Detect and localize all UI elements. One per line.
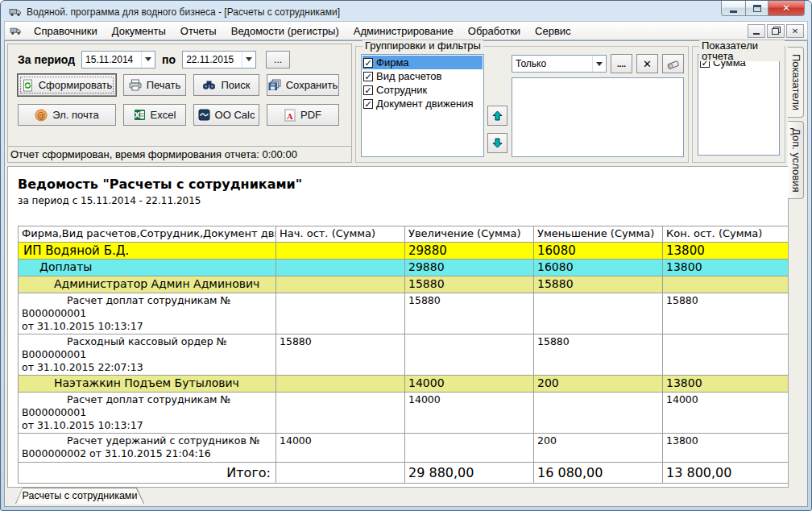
filter-erase-button[interactable]: [662, 54, 684, 73]
report-cell-label[interactable]: ИП Водяной Б.Д.: [19, 243, 276, 260]
tab-raschety-s-sotrudnikami[interactable]: Расчеты с сотрудниками: [15, 488, 144, 504]
app-window: Водяной. программа для водного бизнеса -…: [0, 0, 812, 511]
report-cell-value[interactable]: 16080: [534, 260, 663, 276]
menu-otchety[interactable]: Отчеты: [173, 23, 224, 39]
report-cell-value[interactable]: [276, 376, 405, 393]
report-cell-label[interactable]: Расходный кассовый ордер № В000000001 от…: [19, 334, 276, 376]
grouping-item-2[interactable]: ✓Вид расчетов: [362, 69, 483, 83]
filter-pick-button[interactable]: ....: [611, 54, 632, 73]
filter-clear-button[interactable]: ✕: [636, 54, 658, 73]
search-button[interactable]: Поиск: [193, 74, 259, 96]
report-cell-value[interactable]: 29880: [405, 260, 534, 276]
report-cell-value[interactable]: 29880: [405, 243, 534, 260]
report-cell-value[interactable]: [534, 393, 663, 434]
report-cell-value[interactable]: 14000: [405, 376, 534, 393]
report-cell-value[interactable]: 16080: [534, 243, 663, 260]
total-value[interactable]: 29 880,00: [405, 463, 534, 484]
report-cell-label[interactable]: Администратор Админ Админович: [19, 276, 276, 293]
window-close-button[interactable]: ✕: [768, 1, 805, 16]
groupings-panel: Группировки и фильтры ✓Фирма✓Вид расчето…: [355, 46, 689, 163]
menu-dokumenty[interactable]: Документы: [105, 23, 173, 39]
report-cell-value[interactable]: [663, 276, 789, 293]
excel-export-button[interactable]: XExcel: [123, 104, 186, 126]
oocalc-export-button[interactable]: OO Calc: [193, 104, 259, 126]
side-tab-dop-usloviya[interactable]: Доп. условия: [788, 121, 804, 199]
svg-text:@: @: [37, 110, 45, 119]
report-cell-value[interactable]: 14000: [405, 393, 534, 434]
save-button[interactable]: Сохранить: [267, 74, 339, 96]
print-button[interactable]: Печать: [123, 74, 186, 96]
report-cell-value[interactable]: 15880: [534, 334, 663, 376]
report-cell-value[interactable]: 15880: [405, 293, 534, 334]
toolbar-row-1: СформироватьПечатьПоискСохранить: [18, 74, 345, 96]
report-cell-value[interactable]: 13800: [663, 434, 789, 463]
report-cell-label[interactable]: Расчет доплат сотрудникам № В000000001 о…: [19, 293, 276, 334]
report-cell-value[interactable]: [534, 293, 663, 334]
period-ellipsis-button[interactable]: ...: [266, 51, 290, 69]
indicators-list[interactable]: ✓Сумма: [698, 54, 780, 156]
report-cell-value[interactable]: [276, 276, 405, 293]
report-cell-value[interactable]: 13800: [663, 376, 789, 393]
move-down-button[interactable]: [487, 133, 508, 153]
menu-items: СправочникиДокументыОтчетыВедомости (рег…: [27, 23, 578, 39]
report-cell-value[interactable]: 15880: [663, 293, 789, 334]
window-minimize-button[interactable]: [721, 1, 745, 16]
menu-vedomosti-registry[interactable]: Ведомости (регистры): [224, 23, 346, 39]
report-cell-value[interactable]: 15880: [534, 276, 663, 293]
report-cell-value[interactable]: 200: [534, 376, 663, 393]
mdi-window-controls: ✕: [748, 24, 804, 38]
arrow-down-icon: [492, 138, 503, 148]
grouping-item-1[interactable]: ✓Фирма: [362, 56, 483, 69]
move-up-button[interactable]: [487, 106, 508, 126]
report-cell-value[interactable]: [276, 243, 405, 260]
report-cell-label[interactable]: Наэтажкин Подъем Бутылович: [19, 376, 276, 393]
period-to-select[interactable]: 22.11.2015: [182, 51, 256, 69]
total-value[interactable]: [276, 463, 405, 484]
report-cell-value[interactable]: [405, 434, 534, 463]
filter-values-list[interactable]: [512, 77, 684, 157]
menu-servis[interactable]: Сервис: [528, 23, 578, 39]
report-cell-label[interactable]: Расчет удержаний с сотрудников № В000000…: [19, 434, 276, 463]
report-cell-value[interactable]: 13800: [663, 243, 789, 260]
total-value[interactable]: 13 800,00: [663, 463, 789, 484]
period-from-select[interactable]: 15.11.2014: [81, 51, 155, 69]
report-cell-value[interactable]: 200: [534, 434, 663, 463]
report-cell-value[interactable]: [276, 393, 405, 434]
grouping-item-4[interactable]: ✓Документ движения: [362, 97, 483, 110]
arrow-up-icon: [492, 110, 503, 121]
filter-mode-select[interactable]: Только: [512, 55, 607, 73]
report-cell-label[interactable]: Доплаты: [19, 260, 276, 276]
report-cell-value[interactable]: [405, 334, 534, 376]
menu-administrirovanie[interactable]: Администрирование: [346, 23, 461, 39]
side-tab-pokazateli[interactable]: Показатели: [787, 47, 804, 118]
report-cell-value[interactable]: 14000: [663, 393, 789, 434]
generate-button[interactable]: Сформировать: [18, 74, 116, 96]
window-maximize-button[interactable]: [745, 1, 768, 16]
report-cell-value[interactable]: 15880: [276, 334, 405, 376]
report-row-kind: Доплаты298801608013800: [19, 260, 789, 276]
report-cell-value[interactable]: 15880: [405, 276, 534, 293]
report-cell-value[interactable]: 14000: [276, 434, 405, 463]
title-bar[interactable]: Водяной. программа для водного бизнеса -…: [4, 1, 808, 21]
groupings-list[interactable]: ✓Фирма✓Вид расчетов✓Сотрудник✓Документ д…: [361, 54, 484, 157]
checkbox-icon[interactable]: ✓: [363, 85, 373, 95]
email-button[interactable]: @Эл. почта: [18, 104, 116, 126]
report-cell-value[interactable]: 13800: [663, 260, 789, 276]
checkbox-icon[interactable]: ✓: [363, 72, 373, 81]
mdi-minimize-button[interactable]: [748, 24, 765, 38]
report-cell-label[interactable]: Расчет доплат сотрудникам № В000000001 о…: [19, 393, 276, 434]
mdi-close-button[interactable]: ✕: [786, 24, 804, 38]
report-cell-value[interactable]: [276, 260, 405, 276]
menu-obrabotki[interactable]: Обработки: [461, 23, 528, 39]
report-cell-value[interactable]: [276, 293, 405, 334]
mdi-restore-button[interactable]: [767, 24, 785, 38]
report-row-doc: Расходный кассовый ордер № В000000001 от…: [19, 334, 789, 376]
pdf-export-button[interactable]: APDF: [267, 104, 339, 126]
checkbox-icon[interactable]: ✓: [363, 99, 373, 109]
menu-spravochniki[interactable]: Справочники: [27, 23, 105, 39]
total-label[interactable]: Итого:: [19, 463, 276, 484]
report-cell-value[interactable]: [663, 334, 789, 376]
checkbox-icon[interactable]: ✓: [363, 58, 373, 68]
grouping-item-3[interactable]: ✓Сотрудник: [362, 83, 483, 97]
total-value[interactable]: 16 080,00: [534, 463, 663, 484]
